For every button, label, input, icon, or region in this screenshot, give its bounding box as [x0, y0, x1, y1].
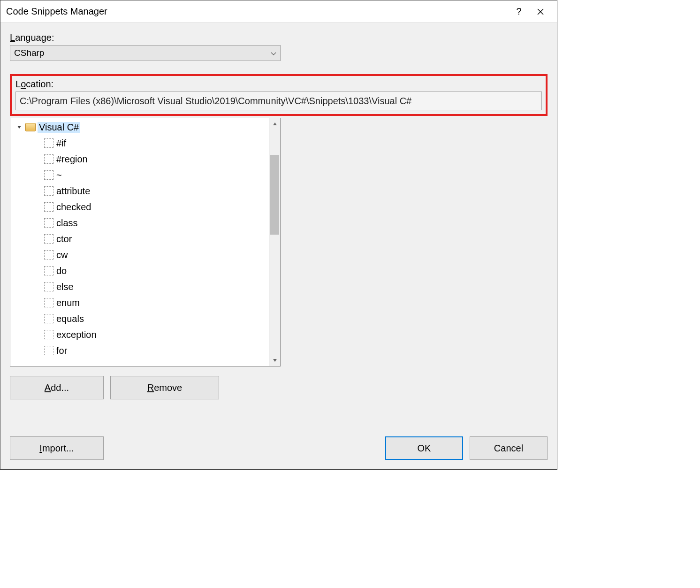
tree-root-label: Visual C#	[38, 122, 80, 133]
language-label: Language:	[10, 32, 548, 43]
tree-item[interactable]: #if	[15, 135, 280, 151]
tree-item-label: cw	[56, 250, 68, 260]
scroll-track[interactable]	[269, 130, 280, 355]
tree-item[interactable]: ~	[15, 167, 280, 183]
snippet-icon	[44, 314, 53, 323]
location-label: Location:	[15, 79, 542, 90]
snippet-icon	[44, 170, 53, 180]
tree-item-label: checked	[56, 202, 91, 213]
remove-button[interactable]: Remove	[110, 376, 219, 399]
tree-root[interactable]: Visual C#	[15, 119, 280, 135]
cancel-button[interactable]: Cancel	[470, 436, 548, 460]
location-highlight: Location: C:\Program Files (x86)\Microso…	[10, 74, 548, 116]
snippet-icon	[44, 250, 53, 260]
dialog-title: Code Snippets Manager	[6, 6, 508, 17]
tree-item-label: for	[56, 345, 67, 356]
snippet-icon	[44, 346, 53, 355]
tree-item-label: attribute	[56, 186, 90, 197]
location-path[interactable]: C:\Program Files (x86)\Microsoft Visual …	[15, 92, 542, 110]
tree-item[interactable]: #region	[15, 151, 280, 167]
tree-item[interactable]: else	[15, 279, 280, 295]
titlebar: Code Snippets Manager ?	[0, 0, 557, 23]
snippet-icon	[44, 298, 53, 307]
tree-item-label: #region	[56, 154, 88, 165]
tree-item[interactable]: exception	[15, 327, 280, 343]
scroll-up-icon[interactable]	[269, 118, 280, 130]
tree-item[interactable]: enum	[15, 295, 280, 311]
chevron-down-icon	[271, 48, 276, 58]
tree-item[interactable]: class	[15, 215, 280, 231]
close-icon	[537, 8, 544, 15]
snippet-icon	[44, 138, 53, 148]
snippet-icon	[44, 218, 53, 228]
help-button[interactable]: ?	[508, 3, 530, 21]
close-button[interactable]	[530, 3, 551, 21]
language-value: CSharp	[14, 48, 44, 58]
tree-item-label: ~	[56, 170, 62, 181]
tree-item[interactable]: ctor	[15, 231, 280, 247]
snippet-icon	[44, 330, 53, 339]
tree-item[interactable]: attribute	[15, 183, 280, 199]
tree-item[interactable]: checked	[15, 199, 280, 215]
dialog-footer: Import... OK Cancel	[0, 436, 557, 469]
dialog-content: Language: CSharp Location: C:\Program Fi…	[0, 23, 557, 436]
tree-item[interactable]: do	[15, 263, 280, 279]
snippet-tree[interactable]: Visual C# #if #region ~ attribute checke…	[10, 118, 281, 367]
scrollbar[interactable]	[269, 118, 280, 366]
scroll-thumb[interactable]	[270, 155, 279, 235]
tree-item[interactable]: cw	[15, 247, 280, 263]
snippet-icon	[44, 282, 53, 291]
add-button[interactable]: Add...	[10, 376, 104, 399]
snippet-icon	[44, 234, 53, 244]
svg-marker-4	[273, 359, 277, 362]
tree-item-label: #if	[56, 138, 66, 149]
tree-item-label: enum	[56, 298, 80, 308]
tree-body: Visual C# #if #region ~ attribute checke…	[10, 118, 280, 359]
import-button[interactable]: Import...	[10, 436, 104, 460]
separator	[10, 408, 548, 408]
caret-down-icon[interactable]	[15, 123, 23, 131]
tree-item-label: exception	[56, 329, 97, 340]
snippet-icon	[44, 202, 53, 212]
tree-item-label: do	[56, 266, 67, 276]
tree-item[interactable]: for	[15, 343, 280, 359]
snippet-icon	[44, 154, 53, 164]
tree-item-label: equals	[56, 313, 84, 324]
code-snippets-dialog: Code Snippets Manager ? Language: CSharp…	[0, 0, 557, 470]
snippet-icon	[44, 266, 53, 275]
language-combo[interactable]: CSharp	[10, 45, 281, 61]
tree-item-label: class	[56, 218, 78, 229]
tree-item-label: else	[56, 282, 74, 292]
folder-icon	[25, 123, 36, 131]
tree-item-label: ctor	[56, 234, 72, 244]
svg-marker-2	[17, 126, 21, 129]
scroll-down-icon[interactable]	[269, 355, 280, 366]
svg-marker-3	[273, 122, 277, 125]
tree-item[interactable]: equals	[15, 311, 280, 327]
action-buttons: Add... Remove	[10, 376, 548, 399]
snippet-icon	[44, 186, 53, 196]
ok-button[interactable]: OK	[385, 436, 463, 460]
